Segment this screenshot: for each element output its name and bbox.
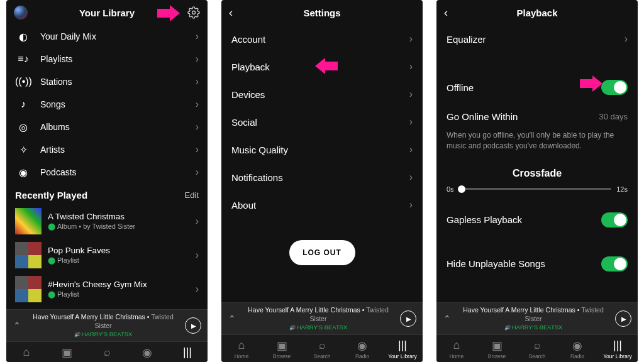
- search-icon: ⌕: [87, 346, 127, 359]
- row-music-quality[interactable]: Music Quality›: [221, 136, 423, 163]
- now-playing-bar[interactable]: ⌃ Have Yourself A Merry Little Christmas…: [221, 302, 423, 334]
- chevron-up-icon[interactable]: ⌃: [443, 314, 452, 324]
- chevron-right-icon: ›: [196, 167, 199, 178]
- chevron-right-icon: ›: [409, 199, 413, 211]
- row-account[interactable]: Account›: [221, 25, 423, 53]
- row-notifications[interactable]: Notifications›: [221, 163, 423, 191]
- play-button[interactable]: ▶: [185, 317, 201, 334]
- device-label: HARRY'S BEATSX: [457, 324, 610, 331]
- library-header: Your Library: [6, 0, 208, 25]
- chevron-up-icon[interactable]: ⌃: [13, 321, 21, 331]
- row-songs[interactable]: ♪Songs›: [6, 93, 208, 116]
- recent-item[interactable]: A Twisted Christmas⬤Album • by Twisted S…: [6, 204, 208, 238]
- play-button[interactable]: ▶: [615, 310, 631, 327]
- stations-icon: ((•)): [15, 76, 31, 87]
- daily-mix-icon: ◐: [15, 31, 31, 43]
- row-go-online: Go Online Within 30 days: [436, 103, 638, 130]
- tab-library[interactable]: |||: [167, 346, 208, 359]
- row-social[interactable]: Social›: [221, 108, 423, 136]
- settings-list: Account› Playback › Devices› Social› Mus…: [221, 25, 423, 302]
- row-playback[interactable]: Playback ›: [221, 53, 423, 80]
- recent-item[interactable]: #Hevin's Cheesy Gym Mix⬤Playlist ›: [6, 272, 208, 306]
- avatar[interactable]: [14, 6, 28, 19]
- tab-library[interactable]: |||Your Library: [597, 339, 638, 359]
- radio-icon: ◉: [127, 346, 167, 359]
- now-playing-bar[interactable]: ⌃ Have Yourself A Merry Little Christmas…: [436, 302, 638, 334]
- downloaded-icon: ⬤: [48, 290, 55, 298]
- back-button[interactable]: ‹: [444, 6, 448, 19]
- tab-radio[interactable]: ◉: [127, 346, 167, 359]
- playback-list: Equalizer› Offline Go Online Within 30 d…: [436, 25, 638, 302]
- play-button[interactable]: ▶: [400, 310, 416, 327]
- tab-home[interactable]: ⌂Home: [221, 339, 262, 359]
- podcasts-icon: ◉: [15, 167, 31, 178]
- downloaded-icon: ⬤: [48, 256, 55, 264]
- album-art: [15, 208, 42, 234]
- chevron-right-icon: ›: [196, 283, 199, 295]
- row-playlists[interactable]: ≡♪Playlists›: [6, 48, 208, 70]
- search-icon: ⌕: [517, 339, 557, 353]
- screen-library: Your Library ◐Your Daily Mix› ≡♪Playlist…: [6, 0, 208, 362]
- row-albums[interactable]: ◎Albums›: [6, 116, 208, 138]
- row-equalizer[interactable]: Equalizer›: [436, 25, 638, 53]
- tab-radio[interactable]: ◉Radio: [342, 339, 382, 359]
- chevron-right-icon: ›: [196, 31, 199, 42]
- tab-browse[interactable]: ▣Browse: [477, 339, 517, 359]
- row-stations[interactable]: ((•))Stations›: [6, 70, 208, 93]
- now-playing-bar[interactable]: ⌃ Have Yourself A Merry Little Christmas…: [6, 309, 208, 341]
- svg-point-0: [192, 11, 196, 14]
- tab-radio[interactable]: ◉Radio: [557, 339, 597, 359]
- browse-icon: ▣: [477, 339, 517, 353]
- library-icon: |||: [597, 339, 638, 353]
- row-podcasts[interactable]: ◉Podcasts›: [6, 161, 208, 184]
- tab-search[interactable]: ⌕Search: [517, 339, 557, 359]
- songs-icon: ♪: [15, 99, 31, 110]
- back-button[interactable]: ‹: [229, 6, 233, 19]
- chevron-right-icon: ›: [196, 216, 199, 227]
- tab-home[interactable]: ⌂Home: [436, 339, 477, 359]
- tab-library[interactable]: |||Your Library: [382, 339, 423, 359]
- row-artists[interactable]: ✧Artists›: [6, 138, 208, 161]
- recent-item[interactable]: Pop Punk Faves⬤Playlist ›: [6, 238, 208, 272]
- home-icon: ⌂: [221, 339, 262, 353]
- album-art: [15, 242, 42, 268]
- settings-header: ‹ Settings: [221, 0, 423, 25]
- edit-button[interactable]: Edit: [185, 190, 199, 200]
- offline-toggle[interactable]: [601, 80, 628, 95]
- tab-home[interactable]: ⌂: [6, 346, 47, 359]
- row-about[interactable]: About›: [221, 191, 423, 219]
- tab-search[interactable]: ⌕Search: [302, 339, 342, 359]
- chevron-right-icon: ›: [409, 172, 413, 183]
- logout-button[interactable]: LOG OUT: [289, 240, 355, 265]
- gapless-toggle[interactable]: [601, 212, 628, 228]
- device-label: HARRY'S BEATSX: [242, 324, 395, 331]
- crossfade-slider[interactable]: [459, 188, 612, 190]
- chevron-right-icon: ›: [196, 99, 199, 110]
- search-icon: ⌕: [302, 339, 342, 353]
- slider-thumb[interactable]: [458, 185, 465, 193]
- tab-browse[interactable]: ▣Browse: [262, 339, 302, 359]
- screen-playback: ‹ Playback Equalizer› Offline Go Online …: [436, 0, 638, 362]
- offline-note: When you go offline, you'll only be able…: [436, 130, 638, 159]
- tab-search[interactable]: ⌕: [87, 346, 127, 359]
- row-devices[interactable]: Devices›: [221, 80, 423, 108]
- chevron-right-icon: ›: [409, 89, 413, 100]
- album-art: [15, 276, 42, 302]
- crossfade-slider-row: 0s 12s: [436, 185, 638, 204]
- browse-icon: ▣: [47, 346, 87, 359]
- home-icon: ⌂: [6, 346, 47, 359]
- row-daily-mix[interactable]: ◐Your Daily Mix›: [6, 25, 208, 48]
- tab-browse[interactable]: ▣: [47, 346, 87, 359]
- chevron-right-icon: ›: [409, 144, 413, 155]
- hide-unplayable-toggle[interactable]: [601, 256, 628, 272]
- tab-bar: ⌂ ▣ ⌕ ◉ |||: [6, 341, 208, 362]
- gear-icon[interactable]: [187, 6, 200, 19]
- library-list: ◐Your Daily Mix› ≡♪Playlists› ((•))Stati…: [6, 25, 208, 309]
- annotation-arrow-icon: [157, 5, 182, 21]
- playback-header: ‹ Playback: [436, 0, 638, 25]
- chevron-up-icon[interactable]: ⌃: [228, 314, 236, 324]
- playlists-icon: ≡♪: [15, 53, 31, 65]
- artists-icon: ✧: [15, 144, 31, 156]
- recently-played-header: Recently Played Edit: [6, 184, 208, 204]
- device-label: HARRY'S BEATSX: [26, 331, 180, 338]
